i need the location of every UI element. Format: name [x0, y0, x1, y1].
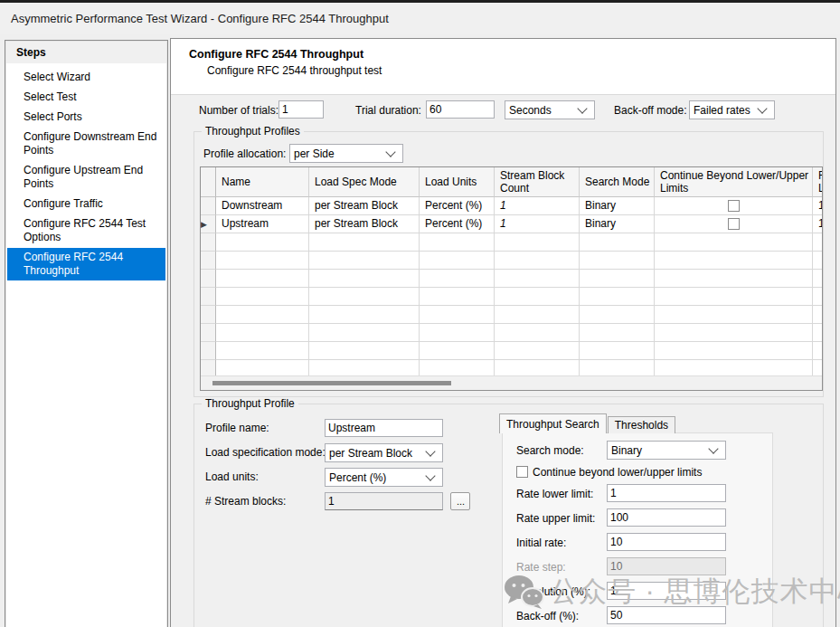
- window-titlebar[interactable]: Asymmetric Performance Test Wizard - Con…: [0, 0, 840, 34]
- cell-load_units[interactable]: [420, 252, 495, 270]
- cell-name[interactable]: [216, 306, 309, 324]
- cell-name[interactable]: [216, 252, 309, 270]
- row-header[interactable]: [201, 197, 216, 215]
- row-header[interactable]: [201, 270, 216, 288]
- cell-continue_beyond[interactable]: [655, 233, 813, 252]
- cell-stream_block_count[interactable]: 1: [495, 197, 580, 215]
- cell-search_mode[interactable]: [580, 233, 655, 252]
- cell-search_mode[interactable]: [580, 306, 655, 324]
- cell-load_spec_mode[interactable]: per Stream Block: [309, 197, 420, 215]
- cell-name[interactable]: [216, 233, 309, 252]
- cell-load_units[interactable]: Percent (%): [420, 215, 495, 233]
- cell-load_spec_mode[interactable]: [309, 270, 420, 288]
- cell-rate_lower_limit[interactable]: [813, 270, 823, 288]
- cell-name[interactable]: Downstream: [216, 197, 309, 215]
- cell-continue_beyond[interactable]: [655, 324, 813, 342]
- cell-search_mode[interactable]: [580, 342, 655, 360]
- row-header[interactable]: [201, 252, 216, 270]
- column-header-name[interactable]: Name: [216, 167, 309, 197]
- row-header[interactable]: ▶: [201, 215, 216, 233]
- cell-rate_lower_limit[interactable]: [813, 324, 823, 342]
- cell-name[interactable]: [216, 288, 309, 306]
- stream-blocks-browse-button[interactable]: ...: [450, 492, 470, 510]
- backoff-mode-select[interactable]: Failed rates: [689, 100, 775, 119]
- cell-search_mode[interactable]: [580, 270, 655, 288]
- sidebar-item-configure-traffic[interactable]: Configure Traffic: [7, 195, 165, 214]
- cell-rate_lower_limit[interactable]: [813, 233, 823, 252]
- cell-search_mode[interactable]: [580, 288, 655, 306]
- cell-rate_lower_limit[interactable]: 1: [813, 197, 823, 215]
- rate-upper-limit-input[interactable]: [607, 508, 726, 527]
- row-header[interactable]: [201, 288, 216, 306]
- cell-load_units[interactable]: [420, 342, 495, 360]
- cell-name[interactable]: [216, 270, 309, 288]
- trial-duration-unit-select[interactable]: Seconds: [505, 100, 595, 119]
- row-continue-beyond-checkbox[interactable]: [728, 218, 740, 230]
- trial-duration-input[interactable]: [426, 100, 495, 119]
- initial-rate-input[interactable]: [607, 533, 726, 551]
- cell-load_units[interactable]: Percent (%): [420, 197, 495, 215]
- cell-load_spec_mode[interactable]: per Stream Block: [309, 215, 420, 233]
- profile-allocation-select[interactable]: per Side: [289, 144, 403, 163]
- cell-continue_beyond[interactable]: [655, 342, 813, 360]
- cell-stream_block_count[interactable]: [495, 233, 580, 252]
- cell-continue_beyond[interactable]: [655, 306, 813, 324]
- number-of-trials-input[interactable]: [278, 100, 324, 119]
- rate-lower-limit-input[interactable]: [607, 484, 726, 502]
- cell-stream_block_count[interactable]: [495, 306, 580, 324]
- sidebar-item-select-test[interactable]: Select Test: [7, 88, 165, 107]
- column-header-search_mode[interactable]: Search Mode: [580, 167, 655, 197]
- sidebar-item-configure-downstream-end-points[interactable]: Configure Downstream End Points: [7, 128, 165, 160]
- column-header-rate_lower_limit[interactable]: R Li: [813, 167, 823, 197]
- profile-name-input[interactable]: [325, 419, 443, 437]
- cell-stream_block_count[interactable]: [495, 270, 580, 288]
- row-continue-beyond-checkbox[interactable]: [728, 200, 740, 212]
- stream-blocks-input[interactable]: [325, 492, 443, 510]
- column-header-load_units[interactable]: Load Units: [420, 167, 495, 197]
- cell-load_units[interactable]: [420, 324, 495, 342]
- row-header[interactable]: [201, 342, 216, 360]
- column-header-load_spec_mode[interactable]: Load Spec Mode: [309, 167, 420, 197]
- cell-load_units[interactable]: [420, 270, 495, 288]
- cell-rate_lower_limit[interactable]: [813, 252, 823, 270]
- sidebar-item-configure-rfc-2544-test-options[interactable]: Configure RFC 2544 Test Options: [7, 214, 165, 247]
- sidebar-item-select-ports[interactable]: Select Ports: [7, 108, 165, 127]
- sidebar-item-configure-rfc-2544-throughput[interactable]: Configure RFC 2544 Throughput: [7, 248, 165, 280]
- cell-rate_lower_limit[interactable]: [813, 342, 823, 360]
- backoff-percent-input[interactable]: [607, 606, 726, 624]
- cell-continue_beyond[interactable]: [655, 288, 813, 306]
- cell-search_mode[interactable]: Binary: [580, 215, 655, 233]
- cell-stream_block_count[interactable]: [495, 342, 580, 360]
- cell-load_units[interactable]: [420, 288, 495, 306]
- cell-load_spec_mode[interactable]: [309, 252, 420, 270]
- cell-name[interactable]: Upstream: [216, 215, 309, 233]
- row-header[interactable]: [201, 324, 216, 342]
- column-header-stream_block_count[interactable]: Stream Block Count: [495, 167, 580, 197]
- cell-search_mode[interactable]: [580, 324, 655, 342]
- cell-stream_block_count[interactable]: [495, 252, 580, 270]
- continue-beyond-limits-checkbox[interactable]: [516, 466, 528, 478]
- row-header[interactable]: [201, 306, 216, 324]
- cell-load_spec_mode[interactable]: [309, 288, 420, 306]
- table-corner-header[interactable]: [201, 167, 216, 197]
- cell-rate_lower_limit[interactable]: 1: [813, 215, 823, 233]
- sidebar-item-select-wizard[interactable]: Select Wizard: [7, 68, 165, 87]
- search-mode-select[interactable]: Binary: [607, 441, 726, 460]
- cell-search_mode[interactable]: Binary: [580, 197, 655, 215]
- table-horizontal-scrollbar[interactable]: [201, 375, 822, 390]
- load-spec-mode-select[interactable]: per Stream Block: [325, 443, 443, 462]
- cell-rate_lower_limit[interactable]: [813, 306, 823, 324]
- cell-load_spec_mode[interactable]: [309, 324, 420, 342]
- load-units-select[interactable]: Percent (%): [325, 468, 443, 487]
- cell-load_spec_mode[interactable]: [309, 342, 420, 360]
- cell-continue_beyond[interactable]: [655, 270, 813, 288]
- cell-stream_block_count[interactable]: 1: [495, 215, 580, 233]
- cell-load_spec_mode[interactable]: [309, 233, 420, 252]
- cell-continue_beyond[interactable]: [655, 252, 813, 270]
- cell-stream_block_count[interactable]: [495, 288, 580, 306]
- cell-load_units[interactable]: [420, 306, 495, 324]
- column-header-continue_beyond[interactable]: Continue Beyond Lower/Upper Limits: [655, 167, 813, 197]
- cell-stream_block_count[interactable]: [495, 324, 580, 342]
- tab-throughput-search[interactable]: Throughput Search: [499, 413, 607, 433]
- cell-continue_beyond[interactable]: [655, 215, 813, 233]
